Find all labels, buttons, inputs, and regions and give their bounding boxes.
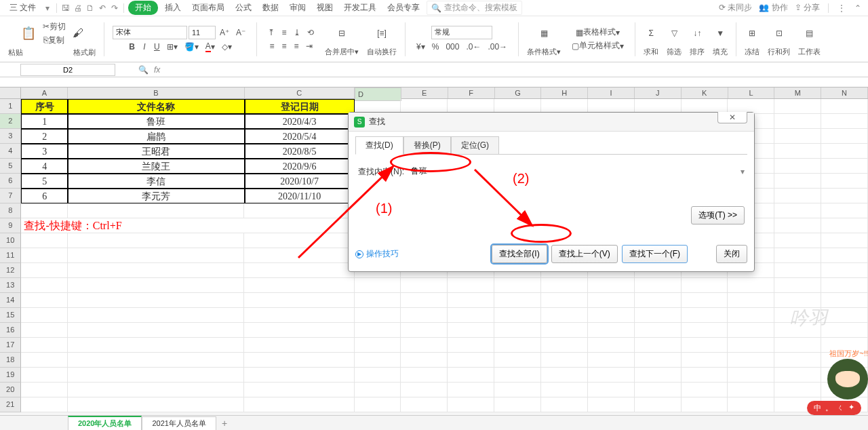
cell-C14[interactable] <box>244 293 354 308</box>
cell-D17[interactable] <box>355 338 401 353</box>
align-right-button[interactable]: ≡ <box>291 40 302 52</box>
cell-A21[interactable] <box>21 397 68 412</box>
tab-pagelayout[interactable]: 页面布局 <box>188 1 229 15</box>
cell-C5[interactable]: 2020/9/6 <box>245 159 355 174</box>
cell-F18[interactable] <box>448 353 494 368</box>
row-header-9[interactable]: 9 <box>0 218 21 233</box>
percent-button[interactable]: % <box>429 41 442 53</box>
tips-link[interactable]: ▶ 操作技巧 <box>355 248 399 260</box>
row-header-18[interactable]: 18 <box>0 353 21 368</box>
cell-F15[interactable] <box>448 308 494 323</box>
cell-A15[interactable] <box>21 308 68 323</box>
cond-format-button[interactable]: ▦ <box>538 21 551 45</box>
cell-C7[interactable]: 2020/11/10 <box>245 189 355 203</box>
cell-D18[interactable] <box>355 353 401 368</box>
tab-goto[interactable]: 定位(G) <box>451 136 499 155</box>
command-search[interactable]: 🔍 查找命令、搜索模板 <box>427 1 522 15</box>
cell-B19[interactable] <box>68 368 244 383</box>
find-next-button[interactable]: 查找下一个(F) <box>622 245 688 263</box>
sort-button[interactable]: ↓↑ <box>690 21 704 45</box>
align-center-button[interactable]: ≡ <box>279 40 290 52</box>
cell-N12[interactable] <box>821 263 868 278</box>
cell-K13[interactable] <box>682 278 728 293</box>
cell-I16[interactable] <box>588 323 635 338</box>
font-name-select[interactable]: 宋体 <box>113 26 187 39</box>
cell-K18[interactable] <box>682 353 728 368</box>
cell-N10[interactable] <box>821 233 868 248</box>
tab-find[interactable]: 查找(D) <box>355 136 403 155</box>
cell-D16[interactable] <box>355 323 401 338</box>
cell-A11[interactable] <box>21 248 68 263</box>
cell-G21[interactable] <box>494 397 541 412</box>
cell-K14[interactable] <box>682 293 728 308</box>
cell-C21[interactable] <box>244 397 354 412</box>
cell-E17[interactable] <box>401 338 448 353</box>
cell-G13[interactable] <box>494 278 541 293</box>
row-header-16[interactable]: 16 <box>0 323 21 338</box>
cell-C3[interactable]: 2020/5/4 <box>245 129 355 144</box>
cell-M9[interactable] <box>774 218 821 233</box>
fx-icon[interactable]: 🔍 <box>138 65 149 75</box>
number-format-select[interactable]: 常规 <box>431 26 492 39</box>
cell-J17[interactable] <box>635 338 682 353</box>
col-header-M[interactable]: M <box>774 87 821 98</box>
collab-button[interactable]: 👥 协作 <box>759 2 787 14</box>
indent-button[interactable]: ⇥ <box>303 40 315 52</box>
cell-B14[interactable] <box>68 293 244 308</box>
cell-A2[interactable]: 1 <box>21 114 68 129</box>
cell-L16[interactable] <box>728 323 774 338</box>
cell-M8[interactable] <box>774 203 821 218</box>
col-header-C[interactable]: C <box>245 87 355 98</box>
cell-E16[interactable] <box>401 323 448 338</box>
add-sheet-button[interactable]: + <box>216 418 233 429</box>
cell-K16[interactable] <box>682 323 728 338</box>
col-header-G[interactable]: G <box>495 87 542 98</box>
rowcol-button[interactable]: ⊡ <box>773 21 785 45</box>
row-header-19[interactable]: 19 <box>0 368 21 383</box>
cell-C12[interactable] <box>244 263 354 278</box>
cell-D21[interactable] <box>355 397 401 412</box>
row-header-17[interactable]: 17 <box>0 338 21 353</box>
cell-N11[interactable] <box>821 248 868 263</box>
paste-button[interactable]: 📋 <box>18 21 39 45</box>
cell-K17[interactable] <box>682 338 728 353</box>
cell-C8[interactable] <box>244 203 354 218</box>
dec-decimal-button[interactable]: .00→ <box>485 41 510 53</box>
share-button[interactable]: ⇪ 分享 <box>795 2 820 14</box>
cell-D15[interactable] <box>355 308 401 323</box>
row-header-11[interactable]: 11 <box>0 248 21 263</box>
cell-N13[interactable] <box>821 278 868 293</box>
cell-G15[interactable] <box>494 308 541 323</box>
cell-B20[interactable] <box>68 383 244 397</box>
cell-M4[interactable] <box>774 144 821 159</box>
cell-B21[interactable] <box>68 397 244 412</box>
cell-F20[interactable] <box>448 383 494 397</box>
cell-F21[interactable] <box>448 397 494 412</box>
cell-B11[interactable] <box>68 248 244 263</box>
cell-J20[interactable] <box>635 383 682 397</box>
cell-G17[interactable] <box>494 338 541 353</box>
copy-button[interactable]: ⎘ 复制 <box>40 34 68 46</box>
cell-B13[interactable] <box>68 278 244 293</box>
cell-I17[interactable] <box>588 338 635 353</box>
cell-B8[interactable] <box>68 203 244 218</box>
cell-H19[interactable] <box>541 368 588 383</box>
cell-C4[interactable]: 2020/8/5 <box>245 144 355 159</box>
cell-A13[interactable] <box>21 278 68 293</box>
border-button[interactable]: ⊞▾ <box>164 41 180 53</box>
cell-M12[interactable] <box>774 263 821 278</box>
cell-N5[interactable] <box>821 159 868 174</box>
row-header-5[interactable]: 5 <box>0 159 21 174</box>
cell-N1[interactable] <box>821 99 868 114</box>
cell-A8[interactable] <box>21 203 68 218</box>
col-header-K[interactable]: K <box>682 87 728 98</box>
cell-M7[interactable] <box>774 189 821 203</box>
expand-icon[interactable]: ⌃ <box>853 3 863 13</box>
cell-N6[interactable] <box>821 174 868 189</box>
cell-M11[interactable] <box>774 248 821 263</box>
cell-B12[interactable] <box>68 263 244 278</box>
wrap-button[interactable]: [≡] <box>374 21 389 45</box>
cell-N15[interactable] <box>821 308 868 323</box>
cell-B6[interactable]: 李信 <box>68 174 244 189</box>
row-header-7[interactable]: 7 <box>0 189 21 203</box>
